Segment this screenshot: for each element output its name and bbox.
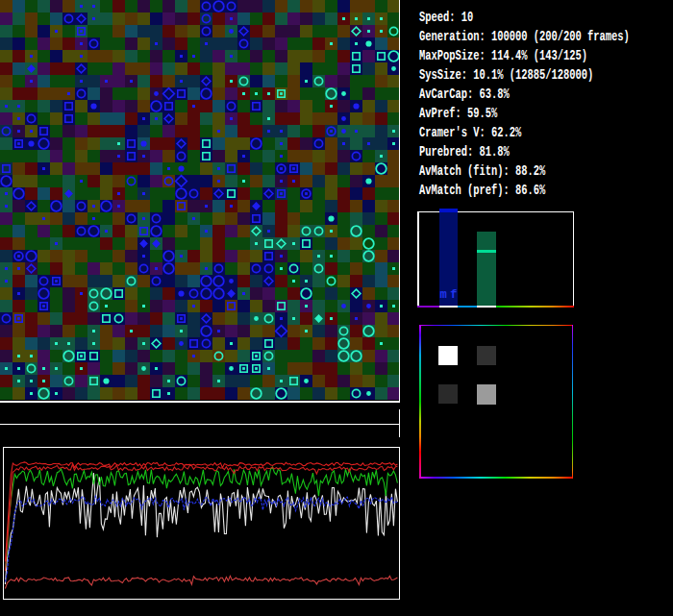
svg-text:SysSize: 10.1% (12885/128000): SysSize: 10.1% (12885/128000) [419, 67, 593, 83]
svg-text:AvPref: 59.5%: AvPref: 59.5% [419, 106, 498, 121]
svg-text:AvCarCap: 63.8%: AvCarCap: 63.8% [419, 86, 510, 102]
svg-text:AvMatch (pref): 86.6%: AvMatch (pref): 86.6% [419, 183, 546, 198]
svg-text:Purebred: 81.8%: Purebred: 81.8% [419, 144, 510, 160]
svg-text:Speed: 10: Speed: 10 [419, 10, 473, 25]
svg-text:Cramer's V: 62.2%: Cramer's V: 62.2% [419, 125, 522, 140]
svg-text:MaxPopSize: 114.4% (143/125): MaxPopSize: 114.4% (143/125) [419, 48, 587, 63]
svg-text:AvMatch (fitn): 88.2%: AvMatch (fitn): 88.2% [419, 163, 546, 179]
svg-text:Generation: 100000 (200/200 fr: Generation: 100000 (200/200 frames) [419, 29, 630, 44]
svg-text:m: m [440, 288, 447, 302]
svg-text:f: f [450, 288, 457, 302]
